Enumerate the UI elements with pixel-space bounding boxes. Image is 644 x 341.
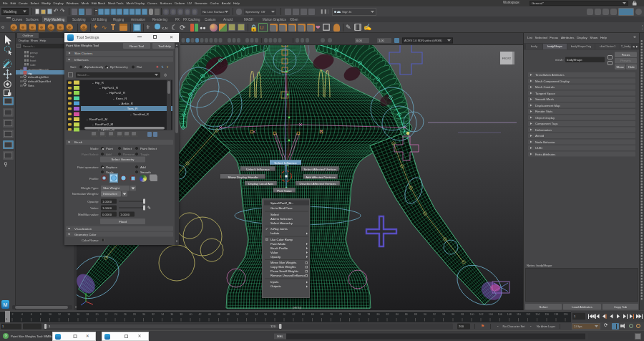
- svg-text:persp: persp: [293, 305, 302, 309]
- svg-text:FRONT: FRONT: [502, 57, 512, 60]
